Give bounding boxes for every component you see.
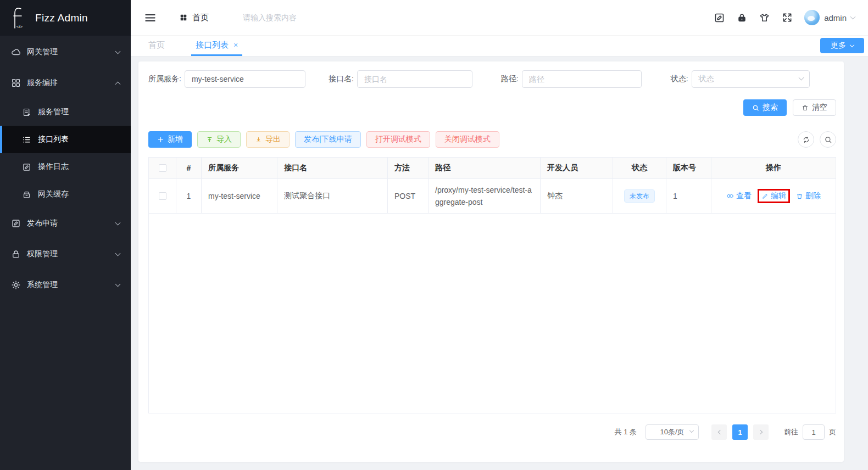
more-button[interactable]: 更多 bbox=[820, 38, 864, 53]
prev-page-button[interactable] bbox=[711, 424, 727, 440]
import-button-label: 导入 bbox=[216, 135, 232, 144]
service-label: 所属服务: bbox=[148, 74, 181, 84]
sidebar-item-operation-log[interactable]: 操作日志 bbox=[0, 153, 131, 181]
sidebar-item-label: 发布申请 bbox=[27, 219, 116, 228]
row-checkbox[interactable] bbox=[159, 192, 166, 200]
row-actions: 查看 编辑 删除 bbox=[711, 179, 836, 213]
filter-api-name: 接口名: bbox=[329, 70, 472, 88]
grid-icon bbox=[11, 78, 21, 88]
tab-home[interactable]: 首页 bbox=[147, 36, 166, 56]
content-area: 所属服务: 接口名: 路径: 状态: 状态 bbox=[131, 57, 868, 470]
global-search-input[interactable] bbox=[243, 13, 364, 22]
goto-page-input[interactable] bbox=[803, 424, 825, 440]
sidebar-item-service-orchestration[interactable]: 服务编排 bbox=[0, 68, 131, 98]
pagination: 共 1 条 10条/页 1 前往 页 bbox=[148, 424, 836, 440]
view-link[interactable]: 查看 bbox=[726, 191, 752, 201]
clear-button[interactable]: 清空 bbox=[793, 99, 836, 116]
sidebar-item-label: 操作日志 bbox=[38, 162, 120, 172]
chevron-down-icon bbox=[115, 251, 121, 256]
chevron-down-icon bbox=[850, 14, 856, 20]
header-version: 版本号 bbox=[666, 158, 711, 178]
sidebar-item-gateway-mgmt[interactable]: 网关管理 bbox=[0, 37, 131, 68]
table-header-row: # 所属服务 接口名 方法 路径 开发人员 状态 版本号 操作 bbox=[149, 158, 836, 178]
select-all-checkbox[interactable] bbox=[159, 164, 166, 172]
sidebar-item-gateway-cache[interactable]: 网关缓存 bbox=[0, 181, 131, 208]
goto-suffix: 页 bbox=[829, 427, 836, 437]
refresh-button[interactable] bbox=[798, 131, 814, 148]
api-name-input[interactable] bbox=[357, 70, 472, 88]
main-area: 首页 admin 首页 接口 bbox=[131, 0, 868, 470]
tabbar: 首页 接口列表 × 更多 bbox=[131, 36, 868, 57]
header-developer: 开发人员 bbox=[541, 158, 613, 178]
row-service: my-test-service bbox=[202, 179, 277, 213]
status-select[interactable]: 状态 bbox=[692, 70, 810, 88]
sidebar-item-service-mgmt[interactable]: 服务管理 bbox=[0, 98, 131, 126]
plus-icon bbox=[157, 136, 164, 143]
gear-icon bbox=[11, 280, 21, 290]
import-button[interactable]: 导入 bbox=[197, 131, 241, 148]
sidebar-nav: 网关管理 服务编排 服务管理 接口列表 操作日志 bbox=[0, 36, 131, 300]
column-search-button[interactable] bbox=[820, 131, 836, 148]
chevron-down-icon bbox=[115, 282, 121, 287]
topbar: 首页 admin bbox=[131, 0, 868, 36]
status-badge: 未发布 bbox=[624, 189, 655, 203]
row-checkbox-cell bbox=[149, 179, 176, 213]
username: admin bbox=[824, 13, 847, 23]
refresh-icon bbox=[802, 136, 810, 144]
close-debug-mode-button[interactable]: 关闭调试模式 bbox=[436, 131, 499, 148]
archive-icon bbox=[22, 190, 32, 199]
add-button[interactable]: 新增 bbox=[148, 131, 192, 148]
path-label: 路径: bbox=[501, 74, 519, 84]
current-page-button[interactable]: 1 bbox=[732, 424, 748, 440]
trash-icon bbox=[802, 104, 809, 111]
sidebar-item-api-list[interactable]: 接口列表 bbox=[0, 126, 131, 153]
search-button[interactable]: 搜索 bbox=[743, 99, 787, 116]
sidebar-item-system-mgmt[interactable]: 系统管理 bbox=[0, 270, 131, 300]
page-size-select[interactable]: 10条/页 bbox=[646, 424, 699, 440]
filter-row: 所属服务: 接口名: 路径: 状态: 状态 bbox=[148, 70, 836, 88]
fullscreen-icon[interactable] bbox=[782, 12, 793, 23]
delete-link[interactable]: 删除 bbox=[796, 191, 821, 201]
tab-api-list[interactable]: 接口列表 × bbox=[191, 36, 242, 56]
tab-label: 首页 bbox=[148, 40, 165, 51]
chevron-left-icon bbox=[717, 430, 722, 434]
sidebar-item-publish-request[interactable]: 发布申请 bbox=[0, 208, 131, 239]
user-menu[interactable]: admin bbox=[804, 10, 855, 25]
theme-tshirt-icon[interactable] bbox=[759, 12, 770, 24]
export-button[interactable]: 导出 bbox=[246, 131, 290, 148]
header-actions: 操作 bbox=[711, 158, 836, 178]
row-path: /proxy/my-test-service/test-aggregate-po… bbox=[429, 179, 541, 213]
log-icon[interactable] bbox=[714, 12, 725, 24]
header-api-name: 接口名 bbox=[277, 158, 388, 178]
clear-button-label: 清空 bbox=[812, 103, 827, 113]
publish-offline-request-button[interactable]: 发布|下线申请 bbox=[295, 131, 361, 148]
avatar bbox=[804, 10, 820, 25]
path-input[interactable] bbox=[522, 70, 642, 88]
toolbar: 新增 导入 导出 发布|下线申请 打开调试模式 关闭调试模式 bbox=[148, 131, 836, 148]
header-status: 状态 bbox=[613, 158, 666, 178]
breadcrumb[interactable]: 首页 bbox=[180, 13, 209, 23]
edit-link[interactable]: 编辑 bbox=[761, 191, 786, 201]
note-pen-icon bbox=[22, 163, 32, 172]
hamburger-menu-icon[interactable] bbox=[144, 12, 157, 24]
row-method: POST bbox=[388, 179, 429, 213]
app-logo: </> Fizz Admin bbox=[0, 0, 131, 36]
next-page-button[interactable] bbox=[753, 424, 769, 440]
lock-icon bbox=[11, 249, 21, 259]
open-debug-mode-button[interactable]: 打开调试模式 bbox=[366, 131, 430, 148]
sidebar-item-label: 网关管理 bbox=[27, 47, 116, 57]
add-button-label: 新增 bbox=[168, 135, 183, 144]
svg-text:</>: </> bbox=[16, 24, 23, 29]
document-icon bbox=[22, 108, 32, 117]
filter-actions: 搜索 清空 bbox=[148, 99, 836, 116]
close-icon[interactable]: × bbox=[233, 41, 238, 49]
header-index: # bbox=[176, 158, 202, 178]
eye-icon bbox=[726, 192, 734, 200]
service-input[interactable] bbox=[185, 70, 305, 88]
status-select-placeholder: 状态 bbox=[699, 74, 714, 84]
sidebar-item-permission-mgmt[interactable]: 权限管理 bbox=[0, 239, 131, 270]
status-label: 状态: bbox=[671, 74, 688, 84]
lock-icon[interactable] bbox=[737, 13, 747, 23]
sidebar-item-label: 服务编排 bbox=[27, 78, 116, 88]
annotation-highlight-box: 编辑 bbox=[758, 189, 790, 203]
